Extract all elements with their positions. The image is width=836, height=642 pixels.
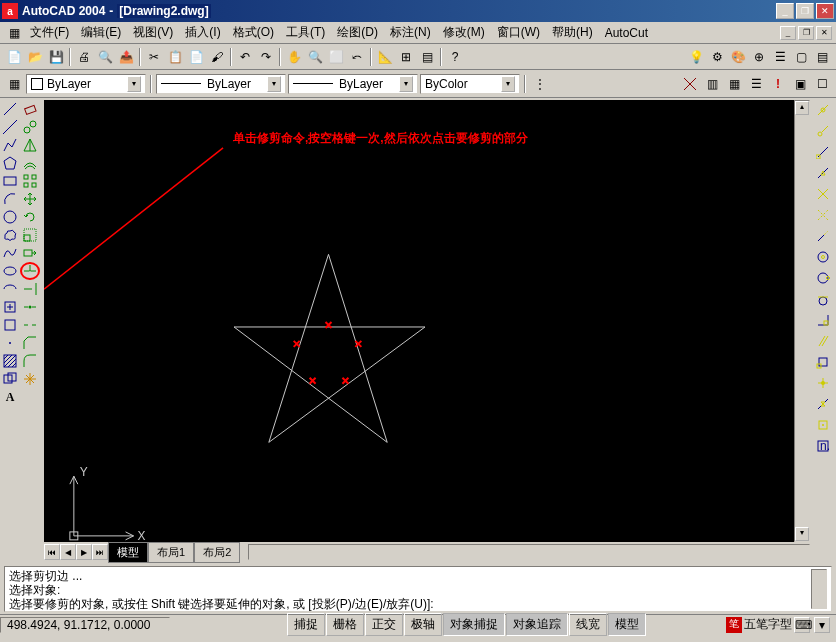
osnap-ins-icon[interactable]	[813, 352, 833, 372]
tab-prev[interactable]: ◀	[60, 544, 76, 560]
undo-icon[interactable]: ↶	[235, 47, 255, 67]
coords-readout[interactable]: 498.4924, 91.1712, 0.0000	[0, 617, 170, 633]
ellarc-icon[interactable]	[0, 280, 20, 298]
tool-palettes-icon[interactable]: ▤	[417, 47, 437, 67]
chevron-down-icon[interactable]: ▾	[399, 76, 413, 92]
erase-icon[interactable]	[20, 100, 40, 118]
properties-icon[interactable]: 📐	[375, 47, 395, 67]
minimize-button[interactable]: _	[776, 3, 794, 19]
zoom-realtime-icon[interactable]: 🔍	[305, 47, 325, 67]
print-icon[interactable]: 🖨	[74, 47, 94, 67]
osnap-int-icon[interactable]	[813, 184, 833, 204]
drawing-canvas[interactable]: 单击修剪命令,按空格键一次,然后依次点击要修剪的部分	[44, 100, 810, 542]
snap-toggle[interactable]: 捕捉	[287, 613, 325, 636]
region-icon[interactable]	[0, 370, 20, 388]
zoom-window-icon[interactable]: ⬜	[326, 47, 346, 67]
menu-help[interactable]: 帮助(H)	[546, 22, 599, 43]
insert-block-icon[interactable]	[0, 298, 20, 316]
explode-icon[interactable]	[20, 370, 40, 388]
redo-icon[interactable]: ↷	[256, 47, 276, 67]
stretch-icon[interactable]	[20, 244, 40, 262]
publish-icon[interactable]: 📤	[116, 47, 136, 67]
osnap-from-icon[interactable]	[813, 121, 833, 141]
chevron-down-icon[interactable]: ▾	[127, 76, 141, 92]
tab-layout1[interactable]: 布局1	[148, 542, 194, 563]
fillet-icon[interactable]	[20, 352, 40, 370]
dim-tool3-icon[interactable]: ▦	[724, 74, 744, 94]
osnap-cen-icon[interactable]	[813, 247, 833, 267]
maximize-button[interactable]: ❐	[796, 3, 814, 19]
trim-icon[interactable]	[20, 262, 40, 280]
matchprop-icon[interactable]: 🖌	[207, 47, 227, 67]
circle-icon[interactable]	[0, 208, 20, 226]
menu-edit[interactable]: 编辑(E)	[75, 22, 127, 43]
extend-icon[interactable]	[20, 280, 40, 298]
break-point-icon[interactable]	[20, 298, 40, 316]
menu-format[interactable]: 格式(O)	[227, 22, 280, 43]
bulb-icon[interactable]: 💡	[686, 47, 706, 67]
osnap-mid-icon[interactable]	[813, 163, 833, 183]
ellipse-icon[interactable]	[0, 262, 20, 280]
osnap-par-icon[interactable]	[813, 331, 833, 351]
ime-settings-icon[interactable]: ⌨	[794, 617, 810, 633]
osnap-end-icon[interactable]	[813, 142, 833, 162]
render-icon[interactable]: 🎨	[728, 47, 748, 67]
hatch-icon[interactable]	[0, 352, 20, 370]
revcloud-icon[interactable]	[0, 226, 20, 244]
save-icon[interactable]: 💾	[46, 47, 66, 67]
help-icon[interactable]: ?	[445, 47, 465, 67]
osnap-tan-icon[interactable]	[813, 289, 833, 309]
ime-icon[interactable]: 笔	[726, 617, 742, 633]
tab-layout2[interactable]: 布局2	[194, 542, 240, 563]
tab-next[interactable]: ▶	[76, 544, 92, 560]
sheet-icon[interactable]: ▤	[812, 47, 832, 67]
layer-props-icon[interactable]: ▦	[4, 74, 24, 94]
pline-icon[interactable]	[0, 136, 20, 154]
new-icon[interactable]: 📄	[4, 47, 24, 67]
menu-view[interactable]: 视图(V)	[127, 22, 179, 43]
layers-icon[interactable]: ☰	[770, 47, 790, 67]
arc-icon[interactable]	[0, 190, 20, 208]
close-button[interactable]: ✕	[816, 3, 834, 19]
mdi-close[interactable]: ✕	[816, 26, 832, 40]
mdi-minimize[interactable]: _	[780, 26, 796, 40]
move-icon[interactable]	[20, 190, 40, 208]
command-panel[interactable]: 选择剪切边 ... 选择对象: 选择要修剪的对象, 或按住 Shift 键选择要…	[4, 566, 832, 612]
app-menu-icon[interactable]: ▦	[4, 23, 24, 43]
linetype-combo[interactable]: ByLayer ▾	[156, 74, 286, 94]
copy-obj-icon[interactable]	[20, 118, 40, 136]
osnap-settings-icon[interactable]: n.	[813, 436, 833, 456]
osnap-qua-icon[interactable]	[813, 268, 833, 288]
osnap-node-icon[interactable]	[813, 373, 833, 393]
mirror-icon[interactable]	[20, 136, 40, 154]
cut-icon[interactable]: ✂	[144, 47, 164, 67]
vscrollbar[interactable]: ▴ ▾	[794, 100, 810, 542]
menu-insert[interactable]: 插入(I)	[179, 22, 226, 43]
osnap-temp-icon[interactable]	[813, 100, 833, 120]
chevron-down-icon[interactable]: ▾	[501, 76, 515, 92]
design-center-icon[interactable]: ⊞	[396, 47, 416, 67]
grid-toggle[interactable]: 栅格	[326, 613, 364, 636]
alert-icon[interactable]: !	[768, 74, 788, 94]
pan-icon[interactable]: ✋	[284, 47, 304, 67]
tab-first[interactable]: ⏮	[44, 544, 60, 560]
cmd-vscroll[interactable]	[811, 569, 827, 609]
polygon-icon[interactable]	[0, 154, 20, 172]
ime-more-icon[interactable]: ▾	[814, 617, 830, 633]
point-icon[interactable]	[0, 334, 20, 352]
osnap-appint-icon[interactable]	[813, 205, 833, 225]
misc-icon[interactable]: ⋮	[530, 74, 550, 94]
mtext-icon[interactable]: A	[0, 388, 20, 406]
config-icon[interactable]: ⚙	[707, 47, 727, 67]
layer-combo[interactable]: ByLayer ▾	[26, 74, 146, 94]
open-icon[interactable]: 📂	[25, 47, 45, 67]
osnap-toggle[interactable]: 对象捕捉	[443, 613, 505, 636]
lwt-toggle[interactable]: 线宽	[569, 613, 607, 636]
ime-label[interactable]: 五笔字型	[744, 616, 792, 633]
dim-tool6-icon[interactable]: ☐	[812, 74, 832, 94]
break-icon[interactable]	[20, 316, 40, 334]
block-icon[interactable]: ▢	[791, 47, 811, 67]
menu-dim[interactable]: 标注(N)	[384, 22, 437, 43]
chevron-down-icon[interactable]: ▾	[267, 76, 281, 92]
color-combo[interactable]: ByColor ▾	[420, 74, 520, 94]
